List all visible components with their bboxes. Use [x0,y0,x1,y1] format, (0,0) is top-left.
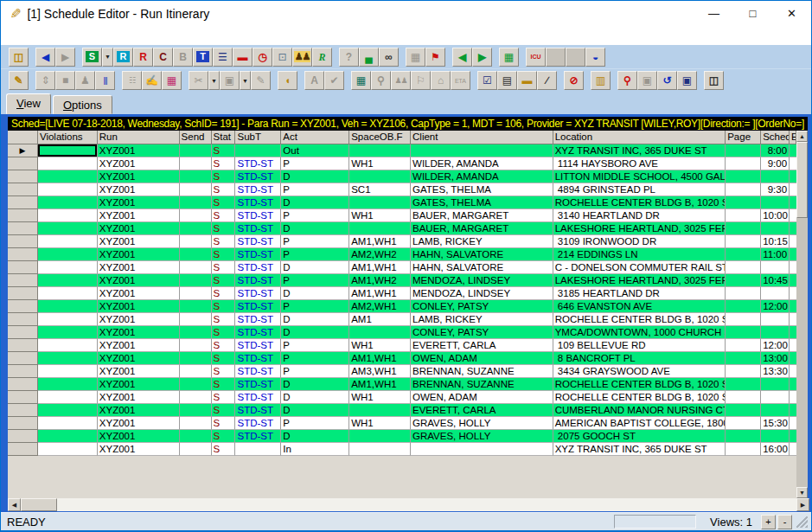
cell-page[interactable] [726,209,761,222]
table-row[interactable]: XYZ001 S STD-ST P AM2,WH1 CONLEY, PATSY … [8,300,796,313]
table-row[interactable]: XYZ001 S STD-ST D AM1 LAMB, RICKEY ROCHE… [8,313,796,326]
row-selector-cell[interactable] [8,352,38,365]
cell-partial[interactable] [790,274,796,287]
cell-subt[interactable]: STD-ST [235,352,281,365]
monitor-button[interactable]: ▣ [677,71,697,90]
cell-client[interactable]: GRAVES, HOLLY [411,430,553,443]
help-button[interactable]: ? [339,48,359,67]
cell-act[interactable]: P [281,339,349,352]
cell-spaceobf[interactable]: SC1 [349,183,411,196]
cell-partial[interactable] [790,248,796,261]
vertical-scroll-thumb[interactable] [796,142,808,218]
cell-send[interactable] [180,183,212,196]
tab-view[interactable]: View [6,93,51,114]
cell-violations[interactable] [38,222,98,235]
cell-page[interactable] [726,430,761,443]
table-row[interactable]: ▶ XYZ001 S Out XYZ TRANSIT INC, 365 DUKE… [8,144,796,157]
cell-spaceobf[interactable] [349,443,411,456]
run-report-button[interactable]: R [133,48,153,67]
cell-location[interactable]: ROCHELLE CENTER BLDG B, 1020 SOU [553,196,726,209]
row-selector-cell[interactable] [8,313,38,326]
scroll-up-arrow[interactable]: ▲ [796,131,808,142]
cell-subt[interactable] [235,144,281,157]
row-selector-cell[interactable]: ▶ [8,144,38,157]
cell-run[interactable]: XYZ001 [98,417,180,430]
cell-stat[interactable]: S [212,326,236,339]
pencil-button[interactable]: ✎ [251,71,271,90]
cell-partial[interactable] [790,157,796,170]
cell-send[interactable] [180,157,212,170]
cell-act[interactable]: D [281,404,349,417]
table-row[interactable]: XYZ001 S STD-ST D AM1,WH1 BRENNAN, SUZAN… [8,378,796,391]
cell-sched[interactable]: 10:15 [761,235,790,248]
transfer-prev-bus-button[interactable]: ◀ [452,48,472,67]
cell-client[interactable] [411,144,553,157]
cell-send[interactable] [180,313,212,326]
cell-spaceobf[interactable]: WH1 [349,391,411,404]
col-header-client[interactable]: Client [411,131,553,144]
cell-spaceobf[interactable]: WH1 [349,339,411,352]
cell-violations[interactable] [38,352,98,365]
cell-spaceobf[interactable]: AM1,WH1 [349,287,411,300]
cell-act[interactable]: D [281,430,349,443]
col-header-send[interactable]: Send [180,131,212,144]
cell-client[interactable]: MENDOZA, LINDSEY [411,274,553,287]
cell-send[interactable] [180,222,212,235]
cell-send[interactable] [180,326,212,339]
cell-act[interactable]: P [281,417,349,430]
col-header-selector[interactable] [8,131,38,144]
col-header-location[interactable]: Location [553,131,726,144]
trip-button[interactable]: T [193,48,213,67]
sign-button[interactable]: ⚐ [411,71,431,90]
cell-run[interactable]: XYZ001 [98,248,180,261]
cell-send[interactable] [180,209,212,222]
cell-subt[interactable]: STD-ST [235,417,281,430]
cell-stat[interactable]: S [212,196,236,209]
table-row[interactable]: XYZ001 S STD-ST P WH1 EVERETT, CARLA 109… [8,339,796,352]
cell-act[interactable]: In [281,443,349,456]
cell-page[interactable] [726,313,761,326]
maximize-button[interactable]: □ [733,1,772,26]
cell-send[interactable] [180,170,212,183]
cell-act[interactable]: P [281,274,349,287]
schedule-dropdown[interactable]: ▼ [102,48,113,67]
text-report-button[interactable]: A [304,71,324,90]
stamp-button[interactable]: ✍ [142,71,162,90]
cell-act[interactable]: D [281,391,349,404]
table-row[interactable]: XYZ001 S STD-ST D WH1 OWEN, ADAM ROCHELL… [8,391,796,404]
cell-sched[interactable] [761,170,790,183]
cell-partial[interactable] [790,417,796,430]
table-row[interactable]: XYZ001 S STD-ST D EVERETT, CARLA CUMBERL… [8,404,796,417]
cell-subt[interactable]: STD-ST [235,326,281,339]
cell-client[interactable]: HAHN, SALVATORE [411,261,553,274]
menu-view[interactable] [18,34,34,37]
cell-partial[interactable] [790,170,796,183]
cell-sched[interactable] [761,261,790,274]
cell-sched[interactable]: 9:30 [761,183,790,196]
cell-act[interactable]: Out [281,144,349,157]
cell-violations[interactable] [38,417,98,430]
color-print-button[interactable]: ▦ [162,71,182,90]
cell-location[interactable]: YMCA/DOWNTOWN, 1000 CHURCH ST [553,326,726,339]
validate-button[interactable]: ✔ [324,71,344,90]
row-selector-cell[interactable] [8,274,38,287]
cell-send[interactable] [180,391,212,404]
booking-button[interactable]: B [173,48,193,67]
cell-run[interactable]: XYZ001 [98,222,180,235]
cell-send[interactable] [180,430,212,443]
row-selector-cell[interactable] [8,404,38,417]
cell-violations[interactable] [38,157,98,170]
cell-send[interactable] [180,196,212,209]
cell-violations[interactable] [38,365,98,378]
schedule-button[interactable]: S [82,48,102,67]
table-row[interactable]: XYZ001 S STD-ST D AM1,WH1 MENDOZA, LINDS… [8,287,796,300]
cell-location[interactable]: 109 BELLEVUE RD [553,339,726,352]
cell-sched[interactable]: 16:00 [761,443,790,456]
cell-violations[interactable] [38,287,98,300]
cell-client[interactable]: GATES, THELMA [411,196,553,209]
cell-client[interactable]: EVERETT, CARLA [411,404,553,417]
cell-page[interactable] [726,144,761,157]
time-window-button[interactable]: ⊡ [272,48,292,67]
cell-send[interactable] [180,365,212,378]
cell-sched[interactable]: 9:00 [761,157,790,170]
